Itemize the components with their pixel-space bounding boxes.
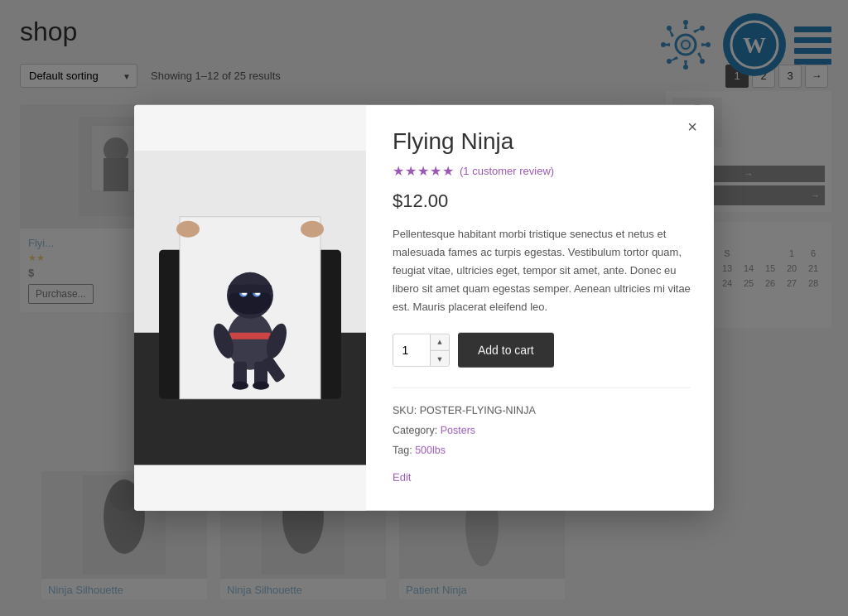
product-image (134, 151, 366, 465)
add-to-cart-area: ▲ ▼ Add to cart (393, 333, 691, 368)
qty-increase-button[interactable]: ▲ (431, 334, 449, 350)
tag-label: Tag: (393, 445, 412, 456)
modal-sku: SKU: POSTER-FLYING-NINJA (393, 402, 691, 421)
modal-meta: SKU: POSTER-FLYING-NINJA Category: Poste… (393, 387, 691, 488)
modal-close-button[interactable]: × (684, 115, 701, 138)
sku-value: POSTER-FLYING-NINJA (420, 405, 536, 416)
sku-label: SKU: (393, 405, 417, 416)
modal-category: Category: Posters (393, 421, 691, 441)
modal-price: $12.00 (393, 190, 691, 212)
modal-rating: ★★★★★ (1 customer review) (393, 163, 691, 179)
modal-product-title: Flying Ninja (393, 128, 691, 155)
qty-buttons: ▲ ▼ (430, 334, 449, 367)
category-link[interactable]: Posters (441, 425, 475, 436)
svg-point-57 (176, 221, 200, 238)
modal-description: Pellentesque habitant morbi tristique se… (393, 225, 691, 316)
rating-stars: ★★★★★ (393, 163, 455, 179)
tag-link[interactable]: 500lbs (415, 445, 446, 456)
modal-tag: Tag: 500lbs (393, 441, 691, 461)
svg-point-58 (301, 221, 324, 238)
svg-rect-49 (229, 333, 271, 339)
svg-point-53 (253, 382, 269, 390)
quantity-input[interactable] (393, 334, 430, 367)
qty-decrease-button[interactable]: ▼ (431, 350, 449, 367)
category-label: Category: (393, 425, 437, 436)
svg-point-52 (232, 382, 248, 390)
quantity-wrapper: ▲ ▼ (393, 334, 450, 367)
svg-rect-48 (229, 285, 272, 293)
modal-image-section (134, 105, 366, 511)
review-link[interactable]: (1 customer review) (460, 165, 554, 177)
add-to-cart-button[interactable]: Add to cart (458, 333, 554, 368)
product-modal: × Flying Ninja ★★★★★ (1 customer review)… (134, 105, 714, 511)
edit-link[interactable]: Edit (393, 467, 411, 488)
modal-content-section: × Flying Ninja ★★★★★ (1 customer review)… (366, 105, 714, 511)
